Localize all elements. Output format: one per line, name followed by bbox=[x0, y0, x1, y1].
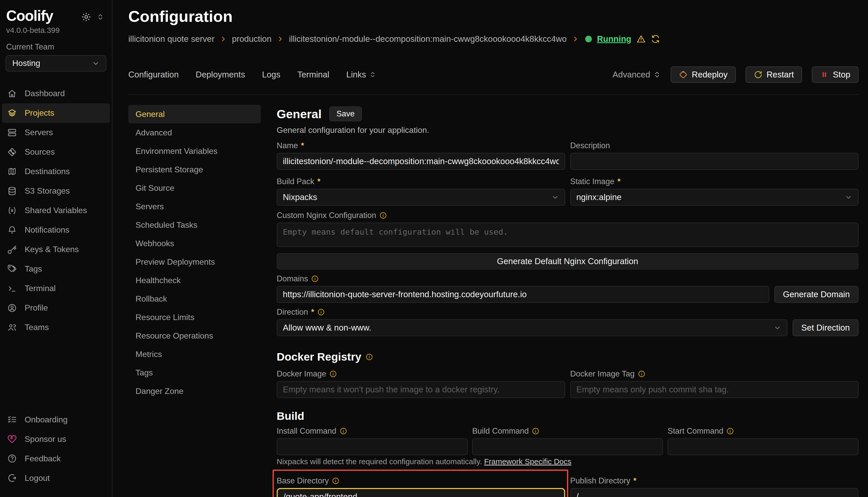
sidebar-item-label: Onboarding bbox=[25, 415, 68, 424]
sync-icon[interactable] bbox=[651, 34, 660, 44]
info-icon bbox=[638, 370, 646, 378]
heart-hands-icon bbox=[7, 434, 17, 444]
info-icon bbox=[379, 212, 387, 219]
subnav-item-servers[interactable]: Servers bbox=[128, 197, 261, 216]
build-command-input[interactable] bbox=[472, 438, 663, 455]
sidebar-item-label: Tags bbox=[25, 264, 42, 274]
tab-terminal[interactable]: Terminal bbox=[297, 70, 329, 80]
tab-links[interactable]: Links bbox=[346, 70, 376, 80]
subnav-item-healthcheck[interactable]: Healthcheck bbox=[128, 271, 261, 289]
restart-button[interactable]: Restart bbox=[746, 67, 802, 83]
subnav-item-advanced[interactable]: Advanced bbox=[128, 123, 261, 142]
subnav-item-environment-variables[interactable]: Environment Variables bbox=[128, 142, 261, 160]
sidebar-item-shared-variables[interactable]: Shared Variables bbox=[2, 201, 110, 220]
description-input[interactable] bbox=[570, 153, 859, 170]
sidebar-item-dashboard[interactable]: Dashboard bbox=[2, 84, 110, 103]
generate-nginx-button[interactable]: Generate Default Nginx Configuration bbox=[277, 253, 858, 270]
chevrons-up-down-icon bbox=[653, 71, 661, 79]
team-select[interactable]: Hosting bbox=[6, 55, 106, 72]
subnav-item-tags[interactable]: Tags bbox=[128, 364, 261, 382]
info-icon bbox=[340, 427, 347, 435]
subnav-item-preview-deployments[interactable]: Preview Deployments bbox=[128, 253, 261, 271]
breadcrumb-application[interactable]: illicitestonion/-module--decomposition:m… bbox=[289, 34, 567, 44]
info-icon bbox=[726, 427, 734, 435]
status-dot bbox=[585, 36, 592, 42]
sidebar-item-teams[interactable]: Teams bbox=[2, 318, 110, 337]
generate-domain-button[interactable]: Generate Domain bbox=[774, 286, 858, 303]
redeploy-icon bbox=[679, 70, 688, 79]
subnav-item-resource-operations[interactable]: Resource Operations bbox=[128, 326, 261, 345]
chevron-down-icon bbox=[845, 193, 852, 201]
sidebar-item-keys-tokens[interactable]: Keys & Tokens bbox=[2, 240, 110, 259]
sidebar-item-sources[interactable]: Sources bbox=[2, 142, 110, 162]
chevron-down-icon bbox=[551, 193, 559, 201]
sidebar-item-label: Sponsor us bbox=[25, 435, 66, 444]
sidebar-item-sponsor[interactable]: Sponsor us bbox=[2, 429, 110, 449]
direction-label: Direction* bbox=[277, 308, 858, 317]
install-command-input[interactable] bbox=[277, 438, 468, 455]
stop-button[interactable]: Stop bbox=[812, 67, 858, 83]
custom-nginx-textarea[interactable] bbox=[277, 223, 858, 247]
subnav-item-danger-zone[interactable]: Danger Zone bbox=[128, 382, 261, 400]
tab-logs[interactable]: Logs bbox=[262, 70, 280, 80]
tab-deployments[interactable]: Deployments bbox=[196, 70, 245, 80]
save-button[interactable]: Save bbox=[329, 106, 362, 121]
sidebar-item-destinations[interactable]: Destinations bbox=[2, 162, 110, 181]
sidebar-item-notifications[interactable]: Notifications bbox=[2, 220, 110, 240]
redeploy-button[interactable]: Redeploy bbox=[671, 67, 735, 83]
description-label: Description bbox=[570, 141, 859, 150]
direction-select[interactable]: Allow www & non-www. bbox=[277, 319, 787, 336]
subnav-item-scheduled-tasks[interactable]: Scheduled Tasks bbox=[128, 216, 261, 234]
sidebar-item-feedback[interactable]: Feedback bbox=[2, 449, 110, 468]
start-command-label: Start Command bbox=[667, 426, 858, 436]
build-pack-select[interactable]: Nixpacks bbox=[277, 189, 565, 206]
domains-input[interactable] bbox=[277, 286, 769, 303]
docker-image-tag-input[interactable] bbox=[570, 381, 859, 398]
chevrons-up-down-icon bbox=[369, 71, 376, 78]
subnav-item-git-source[interactable]: Git Source bbox=[128, 179, 261, 197]
install-command-label: Install Command bbox=[277, 426, 468, 436]
start-command-input[interactable] bbox=[667, 438, 858, 455]
sidebar-item-label: Shared Variables bbox=[25, 206, 87, 215]
name-input[interactable] bbox=[277, 153, 565, 170]
subnav-item-persistent-storage[interactable]: Persistent Storage bbox=[128, 160, 261, 179]
docker-image-input[interactable] bbox=[277, 381, 565, 398]
sidebar-item-terminal[interactable]: Terminal bbox=[2, 279, 110, 298]
subnav-item-general[interactable]: General bbox=[128, 105, 261, 123]
checklist-icon bbox=[7, 415, 17, 424]
theme-sun-icon[interactable] bbox=[81, 12, 91, 22]
subnav-item-metrics[interactable]: Metrics bbox=[128, 345, 261, 364]
sidebar-item-servers[interactable]: Servers bbox=[2, 123, 110, 142]
static-image-select[interactable]: nginx:alpine bbox=[570, 189, 859, 206]
tab-configuration[interactable]: Configuration bbox=[128, 70, 179, 80]
sidebar-item-logout[interactable]: Logout bbox=[2, 468, 110, 488]
sidebar-item-projects[interactable]: Projects bbox=[2, 103, 110, 123]
status-running-link[interactable]: Running bbox=[597, 34, 631, 44]
breadcrumb-environment[interactable]: production bbox=[232, 34, 272, 44]
section-title: General bbox=[277, 107, 321, 121]
server-icon bbox=[7, 128, 17, 138]
name-label: Name* bbox=[277, 141, 565, 150]
stop-icon bbox=[820, 70, 829, 79]
base-directory-input[interactable] bbox=[277, 488, 565, 497]
subnav-item-rollback[interactable]: Rollback bbox=[128, 289, 261, 308]
set-direction-button[interactable]: Set Direction bbox=[793, 319, 858, 336]
subnav-item-webhooks[interactable]: Webhooks bbox=[128, 234, 261, 253]
chevron-down-icon bbox=[774, 324, 781, 331]
subnav-item-resource-limits[interactable]: Resource Limits bbox=[128, 308, 261, 326]
sidebar-item-onboarding[interactable]: Onboarding bbox=[2, 410, 110, 429]
theme-chevrons-up-down-icon[interactable] bbox=[97, 13, 104, 21]
sidebar-item-tags[interactable]: Tags bbox=[2, 259, 110, 279]
publish-directory-input[interactable] bbox=[570, 488, 859, 497]
custom-nginx-label: Custom Nginx Configuration bbox=[277, 211, 858, 220]
users-icon bbox=[7, 323, 17, 332]
layers-icon bbox=[7, 108, 17, 118]
breadcrumb-project[interactable]: illicitonion quote server bbox=[128, 34, 215, 44]
sidebar-item-s3-storages[interactable]: S3 Storages bbox=[2, 181, 110, 201]
advanced-toggle[interactable]: Advanced bbox=[612, 70, 661, 80]
sidebar-item-profile[interactable]: Profile bbox=[2, 298, 110, 318]
build-pack-label: Build Pack* bbox=[277, 177, 565, 186]
git-icon bbox=[7, 147, 17, 157]
warning-icon[interactable] bbox=[636, 34, 646, 44]
framework-docs-link[interactable]: Framework Specific Docs bbox=[484, 457, 571, 466]
